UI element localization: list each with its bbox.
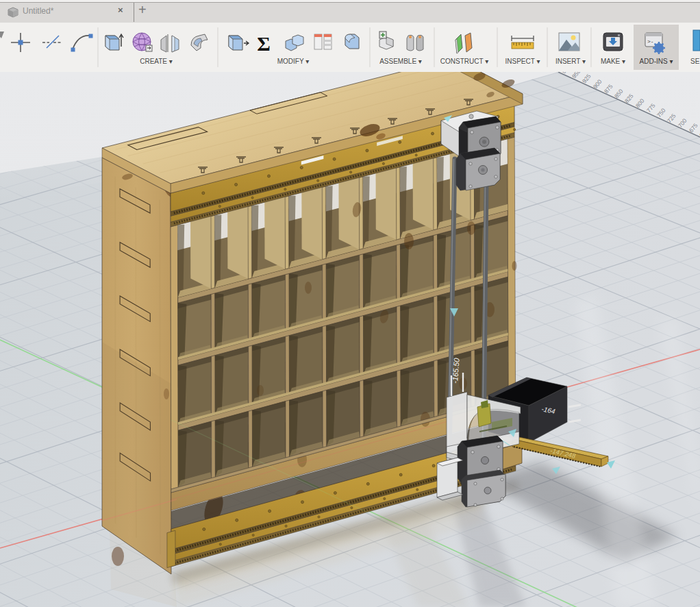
svg-text:Σ: Σ bbox=[257, 32, 271, 55]
svg-text:MAKE ▾: MAKE ▾ bbox=[601, 58, 625, 65]
svg-text:CONSTRUCT ▾: CONSTRUCT ▾ bbox=[440, 58, 488, 65]
svg-text:INSPECT ▾: INSPECT ▾ bbox=[505, 58, 540, 65]
svg-text:SE: SE bbox=[690, 58, 700, 65]
svg-text:MODIFY ▾: MODIFY ▾ bbox=[277, 58, 310, 65]
svg-text:CREATE ▾: CREATE ▾ bbox=[140, 58, 173, 65]
svg-text:ASSEMBLE ▾: ASSEMBLE ▾ bbox=[379, 58, 422, 65]
svg-text:>-: >- bbox=[647, 38, 654, 45]
svg-text:ADD-INS ▾: ADD-INS ▾ bbox=[640, 58, 673, 65]
svg-text:INSERT ▾: INSERT ▾ bbox=[555, 58, 586, 65]
